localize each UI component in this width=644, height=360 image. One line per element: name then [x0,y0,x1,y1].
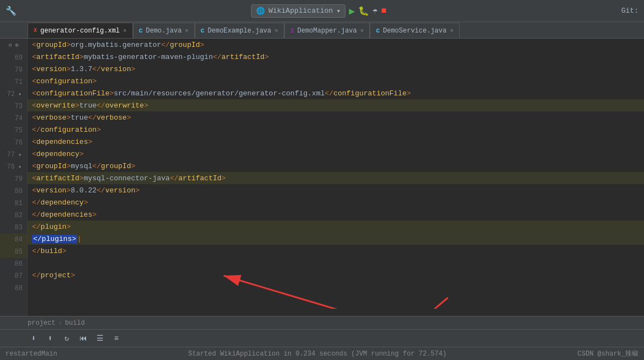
line-number-83: 83 [0,222,27,234]
run-button[interactable]: ▶ [349,5,355,17]
tab-close-icon[interactable]: × [275,28,279,34]
debug-button[interactable]: 🐛 [358,6,369,17]
line-number-73: 73 [0,100,27,112]
fold-icon[interactable]: ▾ [17,164,23,170]
git-label: Git: [621,7,638,15]
tab-close-icon[interactable]: × [450,28,454,34]
main-toolbar: 🔧 🌐 WikiApplication ▾ ▶ 🐛 ☂ ■ Git: [0,0,644,22]
line-number-74: 74 [0,112,27,125]
tab-label: DemoExample.java [207,27,271,35]
tab-label: generator-config.xml [40,27,120,35]
download-icon[interactable]: ⬇ [28,332,40,345]
fold-icon[interactable]: ▾ [17,92,23,97]
code-line-76: </configuration> [28,123,644,136]
code-line-75: <verbose>true</verbose> [28,111,644,123]
line-number-71: 71 [0,76,27,88]
breadcrumb: project › build [0,316,644,329]
line-number-86: 86 [0,258,27,270]
toolbar-right: Git: [621,7,638,15]
line-number-85: 85 [0,246,27,258]
tab-label: DemoMapper.java [297,27,357,35]
refresh-icon[interactable]: ↻ [61,332,73,345]
upload-icon[interactable]: ⬆ [44,332,56,345]
code-line-83: </dependencies> [28,208,644,221]
code-line-79: <groupId>mysql</groupId> [28,160,644,172]
line-number-78: 78▾ [0,161,27,173]
tab-icon: I [290,28,294,34]
code-line-74: <overwrite>true</overwrite> [28,99,644,111]
line-number-77: 77▾ [0,149,27,161]
gutter-icon-1: ⊝ [8,42,12,49]
app-icon: 🌐 [256,7,265,15]
line-number-75: 75 [0,125,27,137]
tab-close-icon[interactable]: × [185,28,189,34]
tab-label: DemoService.java [383,27,446,35]
code-lines: <groupId>org.mybatis.generator</groupId>… [28,39,644,281]
tab-tab-demoservice[interactable]: CDemoService.java× [370,23,459,38]
line-number-81: 81 [0,197,27,209]
line-number-69: 69 [0,52,27,64]
line-number-72: 72▾ [0,88,27,100]
line-number-76: 76 [0,137,27,149]
line-number-82: 82 [0,209,27,222]
code-line-87 [28,257,644,269]
history-icon[interactable]: ⏮ [77,332,89,345]
plugins-selected-tag: </plugins> [32,235,77,243]
code-line-85: </plugins>| [28,233,644,245]
tab-icon: C [201,28,205,34]
tab-icon: X [34,28,37,34]
toolbar-center: 🌐 WikiApplication ▾ ▶ 🐛 ☂ ■ [251,4,386,18]
toolbar-left: 🔧 [6,6,17,17]
tab-tab-generator[interactable]: Xgenerator-config.xml× [28,23,133,38]
line-number-87: 87 [0,270,27,282]
code-line-84: </plugin> [28,221,644,233]
line-number-84: 84 [0,234,27,246]
fold-icon[interactable]: ▾ [17,152,23,158]
gutter: ⊝ ⊕ 69707172▾7374757677▾78▾7980818283848… [0,39,28,316]
status-bar: restartedMain Started WikiApplication in… [0,347,644,360]
line-number-80: 80 [0,185,27,197]
code-line-81: <version>8.0.22</version> [28,184,644,196]
list-icon[interactable]: ☰ [94,332,106,345]
gutter-tools: ⊝ ⊕ [0,39,27,52]
app-dropdown[interactable]: 🌐 WikiApplication ▾ [251,4,345,18]
line-number-79: 79 [0,173,27,185]
code-line-71: <version>1.3.7</version> [28,63,644,75]
bottom-toolbar: ⬇ ⬆ ↻ ⏮ ☰ ≡ [0,329,644,347]
tab-label: Demo.java [146,27,182,35]
tab-bar: Xgenerator-config.xml×CDemo.java×CDemoEx… [0,22,644,39]
code-line-73: <configurationFile>src/main/resources/ge… [28,87,644,99]
code-line-88: </project> [28,269,644,281]
breadcrumb-project: project [28,319,55,327]
app-name: WikiApplication [268,7,333,15]
dropdown-arrow: ▾ [336,7,340,15]
status-right: Started WikiApplication in 0.234 seconds… [188,350,446,358]
breadcrumb-build: build [65,319,85,327]
code-line-82: </dependency> [28,196,644,208]
tab-tab-demoexample[interactable]: CDemoExample.java× [195,23,284,38]
stop-button[interactable]: ■ [381,6,387,16]
menu-icon[interactable]: ≡ [110,332,123,345]
code-line-70: <artifactId>mybatis-generator-maven-plug… [28,51,644,63]
tab-icon: C [376,28,380,34]
code-line-78: <dependency> [28,148,644,160]
tab-icon: C [139,28,143,34]
coverage-button[interactable]: ☂ [372,6,378,17]
breadcrumb-sep: › [58,319,62,327]
gutter-icon-2: ⊕ [15,42,19,49]
line-numbers: 69707172▾7374757677▾78▾79808182838485868… [0,52,27,316]
code-content[interactable]: <groupId>org.mybatis.generator</groupId>… [28,39,644,316]
code-line-72: <configuration> [28,75,644,87]
wrench-icon[interactable]: 🔧 [6,6,17,17]
code-line-80: <artifactId>mysql-connector-java</artifa… [28,172,644,184]
editor-area: ⊝ ⊕ 69707172▾7374757677▾78▾7980818283848… [0,39,644,316]
tab-tab-demomapper[interactable]: IDemoMapper.java× [284,23,370,38]
status-left: restartedMain [6,350,57,358]
line-number-70: 70 [0,64,27,76]
code-line-77: <dependencies> [28,136,644,148]
code-line-86: </build> [28,245,644,257]
tab-tab-demo[interactable]: CDemo.java× [133,23,195,38]
watermark: CSDN @shark_辣椒 [578,349,638,358]
tab-close-icon[interactable]: × [360,28,364,34]
tab-close-icon[interactable]: × [123,28,127,34]
